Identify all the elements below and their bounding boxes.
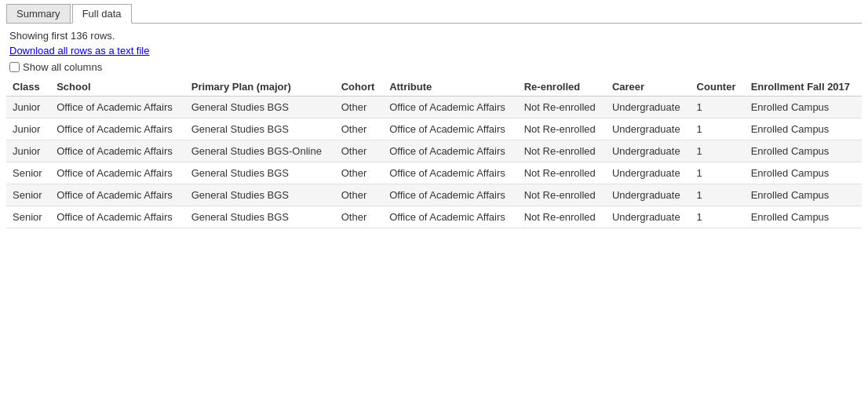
cell-enrollment: Enrolled Campus — [745, 97, 862, 118]
cell-attribute: Office of Academic Affairs — [383, 184, 518, 206]
cell-primary_plan: General Studies BGS — [185, 118, 335, 140]
cell-counter: 1 — [691, 184, 745, 206]
col-header-cohort: Cohort — [335, 78, 383, 97]
cell-enrollment: Enrolled Campus — [745, 118, 862, 140]
col-header-primary-plan: Primary Plan (major) — [185, 78, 335, 97]
cell-school: Office of Academic Affairs — [50, 206, 185, 228]
cell-class: Senior — [6, 184, 50, 206]
cell-school: Office of Academic Affairs — [50, 118, 185, 140]
cell-career: Undergraduate — [606, 206, 691, 228]
cell-attribute: Office of Academic Affairs — [383, 118, 518, 140]
table-row: SeniorOffice of Academic AffairsGeneral … — [6, 184, 862, 206]
showing-rows-text: Showing first 136 rows. — [9, 30, 859, 42]
cell-counter: 1 — [691, 206, 745, 228]
cell-re_enrolled: Not Re-enrolled — [518, 118, 606, 140]
cell-primary_plan: General Studies BGS-Online — [185, 140, 335, 162]
cell-class: Junior — [6, 97, 50, 118]
cell-class: Junior — [6, 140, 50, 162]
cell-primary_plan: General Studies BGS — [185, 184, 335, 206]
cell-enrollment: Enrolled Campus — [745, 206, 862, 228]
cell-career: Undergraduate — [606, 97, 691, 118]
cell-career: Undergraduate — [606, 184, 691, 206]
cell-class: Senior — [6, 162, 50, 184]
cell-attribute: Office of Academic Affairs — [383, 140, 518, 162]
cell-attribute: Office of Academic Affairs — [383, 162, 518, 184]
cell-re_enrolled: Not Re-enrolled — [518, 162, 606, 184]
table-row: SeniorOffice of Academic AffairsGeneral … — [6, 206, 862, 228]
cell-cohort: Other — [335, 184, 383, 206]
col-header-school: School — [50, 78, 185, 97]
cell-school: Office of Academic Affairs — [50, 162, 185, 184]
cell-counter: 1 — [691, 118, 745, 140]
show-columns-row: Show all columns — [9, 61, 859, 73]
cell-counter: 1 — [691, 140, 745, 162]
col-header-career: Career — [606, 78, 691, 97]
cell-school: Office of Academic Affairs — [50, 140, 185, 162]
cell-primary_plan: General Studies BGS — [185, 97, 335, 118]
cell-primary_plan: General Studies BGS — [185, 206, 335, 228]
col-header-enrollment: Enrollment Fall 2017 — [745, 78, 862, 97]
table-row: JuniorOffice of Academic AffairsGeneral … — [6, 118, 862, 140]
cell-enrollment: Enrolled Campus — [745, 162, 862, 184]
cell-enrollment: Enrolled Campus — [745, 184, 862, 206]
cell-re_enrolled: Not Re-enrolled — [518, 206, 606, 228]
cell-cohort: Other — [335, 206, 383, 228]
cell-attribute: Office of Academic Affairs — [383, 206, 518, 228]
cell-cohort: Other — [335, 97, 383, 118]
cell-cohort: Other — [335, 118, 383, 140]
data-table: Class School Primary Plan (major) Cohort… — [6, 78, 862, 228]
cell-primary_plan: General Studies BGS — [185, 162, 335, 184]
cell-school: Office of Academic Affairs — [50, 184, 185, 206]
cell-career: Undergraduate — [606, 118, 691, 140]
show-columns-label: Show all columns — [23, 61, 102, 73]
page-container: Summary Full data Showing first 136 rows… — [0, 0, 868, 231]
cell-cohort: Other — [335, 140, 383, 162]
show-columns-checkbox[interactable] — [9, 62, 20, 72]
table-header-row: Class School Primary Plan (major) Cohort… — [6, 78, 862, 97]
download-link[interactable]: Download all rows as a text file — [9, 45, 149, 57]
cell-attribute: Office of Academic Affairs — [383, 97, 518, 118]
table-row: JuniorOffice of Academic AffairsGeneral … — [6, 140, 862, 162]
cell-class: Senior — [6, 206, 50, 228]
table-row: JuniorOffice of Academic AffairsGeneral … — [6, 97, 862, 118]
col-header-counter: Counter — [691, 78, 745, 97]
cell-re_enrolled: Not Re-enrolled — [518, 97, 606, 118]
col-header-class: Class — [6, 78, 50, 97]
col-header-attribute: Attribute — [383, 78, 518, 97]
cell-counter: 1 — [691, 162, 745, 184]
cell-re_enrolled: Not Re-enrolled — [518, 140, 606, 162]
cell-career: Undergraduate — [606, 140, 691, 162]
cell-enrollment: Enrolled Campus — [745, 140, 862, 162]
cell-school: Office of Academic Affairs — [50, 97, 185, 118]
tab-summary[interactable]: Summary — [6, 4, 71, 24]
cell-counter: 1 — [691, 97, 745, 118]
cell-class: Junior — [6, 118, 50, 140]
tab-bar: Summary Full data — [6, 3, 862, 24]
col-header-re-enrolled: Re-enrolled — [518, 78, 606, 97]
cell-re_enrolled: Not Re-enrolled — [518, 184, 606, 206]
tab-full-data[interactable]: Full data — [72, 4, 132, 24]
cell-cohort: Other — [335, 162, 383, 184]
table-row: SeniorOffice of Academic AffairsGeneral … — [6, 162, 862, 184]
cell-career: Undergraduate — [606, 162, 691, 184]
